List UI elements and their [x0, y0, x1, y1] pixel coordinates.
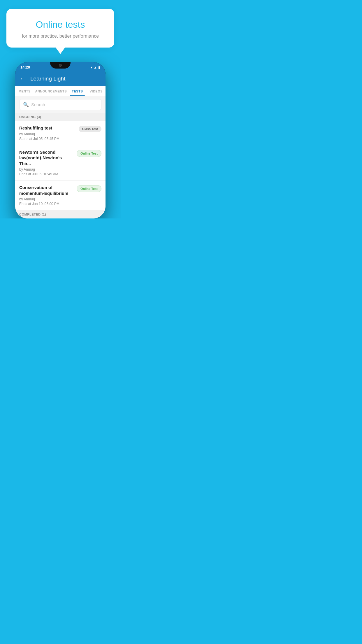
test-by: by Anurag — [19, 132, 76, 136]
search-icon: 🔍 — [23, 102, 29, 107]
ongoing-section-header: ONGOING (3) — [15, 113, 106, 121]
test-item[interactable]: Reshuffling test by Anurag Starts at Jul… — [15, 121, 106, 145]
front-camera — [59, 64, 62, 67]
signal-icon: ▲ — [94, 65, 97, 69]
online-test-badge-2: Online Test — [77, 185, 101, 192]
test-info: Conservation of momentum-Equilibrium by … — [19, 185, 74, 206]
phone-notch — [50, 62, 71, 69]
battery-icon: ▮ — [98, 65, 100, 69]
phone-screen: 🔍 Search ONGOING (3) Reshuffling test by… — [15, 96, 106, 218]
bubble-title: Online tests — [15, 19, 106, 30]
search-placeholder: Search — [31, 102, 45, 107]
speech-bubble: Online tests for more practice, better p… — [6, 9, 114, 48]
test-date: Starts at Jul 05, 05:45 PM — [19, 137, 76, 141]
test-name: Newton's Second law(contd)-Newton's Thir… — [19, 149, 74, 167]
test-by: by Anurag — [19, 167, 74, 172]
bubble-subtitle: for more practice, better performance — [15, 34, 106, 39]
search-bar-container: 🔍 Search — [15, 96, 106, 113]
tab-tests[interactable]: TESTS — [68, 86, 87, 96]
test-info: Newton's Second law(contd)-Newton's Thir… — [19, 149, 74, 176]
online-test-badge: Online Test — [77, 150, 101, 157]
search-input-wrap[interactable]: 🔍 Search — [19, 99, 101, 110]
tab-ments[interactable]: MENTS — [15, 86, 34, 96]
test-date: Ends at Jul 06, 10:45 AM — [19, 172, 74, 176]
test-by: by Anurag — [19, 197, 74, 201]
tab-bar: MENTS ANNOUNCEMENTS TESTS VIDEOS — [15, 86, 106, 96]
tab-videos[interactable]: VIDEOS — [87, 86, 106, 96]
test-item[interactable]: Conservation of momentum-Equilibrium by … — [15, 181, 106, 210]
completed-section-header: COMPLETED (1) — [15, 210, 106, 218]
test-list: Reshuffling test by Anurag Starts at Jul… — [15, 121, 106, 210]
test-info: Reshuffling test by Anurag Starts at Jul… — [19, 125, 76, 141]
app-header: ← Learning Light — [15, 71, 106, 86]
wifi-icon: ▾ — [91, 65, 92, 69]
test-name: Reshuffling test — [19, 125, 76, 131]
back-button[interactable]: ← — [20, 75, 26, 82]
test-item[interactable]: Newton's Second law(contd)-Newton's Thir… — [15, 145, 106, 181]
status-time: 14:29 — [20, 65, 30, 69]
phone-shell: 14:29 ▾ ▲ ▮ ← Learning Light MENTS ANNOU… — [15, 62, 106, 218]
tab-announcements[interactable]: ANNOUNCEMENTS — [34, 86, 68, 96]
test-date: Ends at Jun 10, 06:00 PM — [19, 202, 74, 206]
status-icons: ▾ ▲ ▮ — [91, 65, 100, 69]
test-name: Conservation of momentum-Equilibrium — [19, 185, 74, 196]
class-test-badge: Class Test — [79, 126, 101, 132]
app-title: Learning Light — [30, 76, 65, 82]
